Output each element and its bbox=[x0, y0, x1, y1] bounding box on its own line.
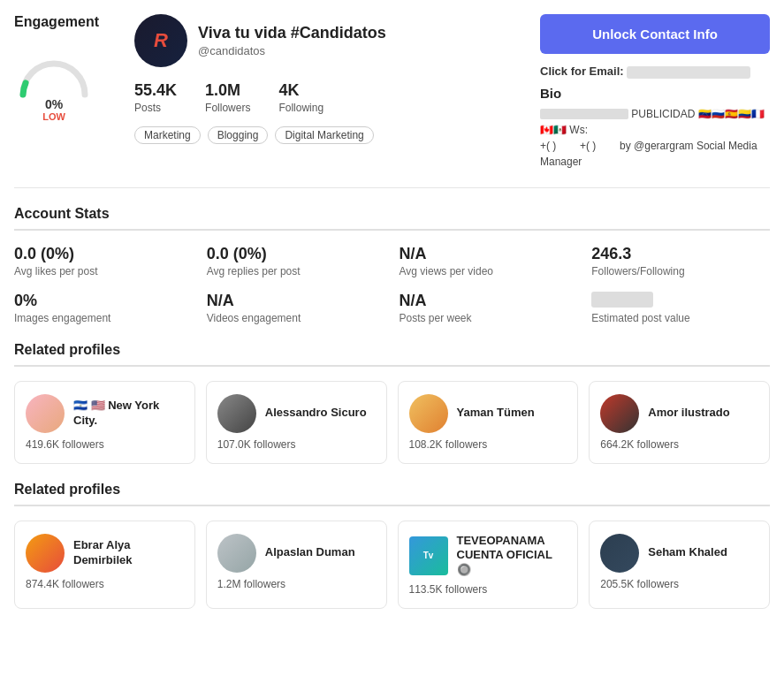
stat-videos-engagement: N/A Videos engagement bbox=[207, 292, 385, 324]
profile-card-amor[interactable]: Amor ilustrado 664.2K followers bbox=[589, 381, 770, 464]
followers-following-label: Followers/Following bbox=[591, 265, 770, 277]
related-profiles-section-1: Related profiles 🇸🇻 🇺🇸 New York City. 41… bbox=[14, 342, 770, 464]
avg-replies-label: Avg replies per post bbox=[207, 265, 385, 277]
avg-views-value: N/A bbox=[400, 245, 578, 263]
profile-card-alex[interactable]: Alessandro Sicuro 107.0K followers bbox=[206, 381, 387, 464]
profile-card-alpaslan[interactable]: Alpaslan Duman 1.2M followers bbox=[206, 521, 387, 610]
profile-name-ebrar: Ebrar Alya Demirbilek bbox=[73, 538, 184, 568]
followers-stat: 1.0M Followers bbox=[205, 81, 250, 114]
engagement-gauge: 0% LOW bbox=[14, 37, 94, 122]
posts-per-week-value: N/A bbox=[400, 292, 578, 310]
stat-images-engagement: 0% Images engagement bbox=[14, 292, 193, 324]
profile-followers-nyc: 419.6K followers bbox=[26, 438, 104, 451]
tag-marketing: Marketing bbox=[134, 126, 201, 144]
following-value: 4K bbox=[278, 81, 323, 100]
engagement-title: Engagement bbox=[14, 14, 120, 30]
bio-title: Bio bbox=[540, 86, 770, 101]
profile-avatar-ebrar bbox=[26, 534, 65, 573]
profile-followers-alpaslan: 1.2M followers bbox=[217, 578, 285, 590]
profile-followers-alex: 107.0K followers bbox=[217, 438, 296, 451]
account-stats-section: Account Stats 0.0 (0%) Avg likes per pos… bbox=[14, 206, 770, 324]
stat-posts-per-week: N/A Posts per week bbox=[400, 292, 578, 324]
profile-followers-ebrar: 874.4K followers bbox=[26, 578, 104, 590]
profile-tags: Marketing Blogging Digital Marketing bbox=[134, 126, 526, 144]
profiles-grid-2: Ebrar Alya Demirbilek 874.4K followers A… bbox=[14, 521, 770, 610]
posts-per-week-label: Posts per week bbox=[400, 312, 578, 324]
profile-followers-teveo: 113.5K followers bbox=[409, 583, 488, 596]
avg-views-label: Avg views per video bbox=[400, 265, 578, 277]
profiles-grid-1: 🇸🇻 🇺🇸 New York City. 419.6K followers Al… bbox=[14, 381, 770, 464]
profile-handle: @candidatos bbox=[198, 44, 386, 57]
bio-blurred-1 bbox=[540, 109, 628, 119]
profile-followers-yaman: 108.2K followers bbox=[409, 438, 488, 451]
profile-card-seham[interactable]: Seham Khaled 205.5K followers bbox=[589, 521, 770, 610]
related-profiles-section-2: Related profiles Ebrar Alya Demirbilek 8… bbox=[14, 482, 770, 610]
profile-avatar-nyc bbox=[26, 394, 65, 433]
avg-likes-value: 0.0 (0%) bbox=[14, 245, 193, 263]
followers-following-value: 246.3 bbox=[591, 245, 770, 263]
email-label: Click for Email: bbox=[540, 65, 624, 78]
profile-name-alpaslan: Alpaslan Duman bbox=[265, 545, 355, 560]
profile-followers-seham: 205.5K followers bbox=[600, 578, 679, 590]
email-row: Click for Email: bbox=[540, 65, 770, 79]
profile-avatar-alex bbox=[217, 394, 256, 433]
posts-stat: 55.4K Posts bbox=[134, 81, 177, 114]
tag-digital-marketing: Digital Marketing bbox=[275, 126, 373, 144]
videos-engagement-label: Videos engagement bbox=[207, 312, 385, 324]
related-profiles-title-1: Related profiles bbox=[14, 342, 770, 367]
profile-avatar: R bbox=[134, 14, 187, 67]
profile-name-teveo: TEVEOPANAMA CUENTA OFICIAL 🔘 bbox=[457, 534, 567, 579]
profile-avatar-teveo: Tv bbox=[409, 536, 448, 575]
estimated-value-label: Estimated post value bbox=[591, 312, 770, 324]
bio-section: Bio PUBLICIDAD 🇻🇪🇷🇺🇪🇸🇨🇴🇫🇷🇨🇦🇲🇽 Ws: +( ) +… bbox=[540, 86, 770, 170]
unlock-contact-button[interactable]: Unlock Contact Info bbox=[540, 14, 770, 54]
followers-value: 1.0M bbox=[205, 81, 250, 100]
following-label: Following bbox=[278, 102, 323, 114]
profile-card-teveo[interactable]: Tv TEVEOPANAMA CUENTA OFICIAL 🔘 113.5K f… bbox=[398, 521, 579, 610]
profile-followers-amor: 664.2K followers bbox=[600, 438, 679, 451]
tag-blogging: Blogging bbox=[208, 126, 269, 144]
account-stats-title: Account Stats bbox=[14, 206, 770, 231]
posts-label: Posts bbox=[134, 102, 177, 114]
stat-avg-replies: 0.0 (0%) Avg replies per post bbox=[207, 245, 385, 277]
bio-text: PUBLICIDAD 🇻🇪🇷🇺🇪🇸🇨🇴🇫🇷🇨🇦🇲🇽 Ws: +( ) +( ) … bbox=[540, 106, 770, 170]
engagement-level: LOW bbox=[14, 111, 94, 122]
avg-replies-value: 0.0 (0%) bbox=[207, 245, 385, 263]
related-profiles-title-2: Related profiles bbox=[14, 482, 770, 506]
avg-likes-label: Avg likes per post bbox=[14, 265, 193, 277]
profile-avatar-yaman bbox=[409, 394, 448, 433]
posts-value: 55.4K bbox=[134, 81, 177, 100]
profile-avatar-alpaslan bbox=[217, 534, 256, 573]
stat-estimated-post-value: Estimated post value bbox=[591, 292, 770, 324]
profile-avatar-amor bbox=[600, 394, 639, 433]
email-blurred bbox=[627, 66, 750, 79]
profile-avatar-seham bbox=[600, 534, 639, 573]
profile-name: Viva tu vida #Candidatos bbox=[198, 24, 386, 42]
profile-name-yaman: Yaman Tümen bbox=[457, 406, 535, 421]
following-stat: 4K Following bbox=[278, 81, 323, 114]
profile-card-nyc[interactable]: 🇸🇻 🇺🇸 New York City. 419.6K followers bbox=[14, 381, 195, 464]
stat-avg-likes: 0.0 (0%) Avg likes per post bbox=[14, 245, 193, 277]
profile-card-yaman[interactable]: Yaman Tümen 108.2K followers bbox=[398, 381, 579, 464]
images-engagement-label: Images engagement bbox=[14, 312, 193, 324]
profile-card-ebrar[interactable]: Ebrar Alya Demirbilek 874.4K followers bbox=[14, 521, 195, 610]
images-engagement-value: 0% bbox=[14, 292, 193, 310]
estimated-value-blurred bbox=[591, 292, 653, 308]
stat-followers-following: 246.3 Followers/Following bbox=[591, 245, 770, 277]
profile-name-amor: Amor ilustrado bbox=[648, 406, 729, 421]
profile-name-nyc: 🇸🇻 🇺🇸 New York City. bbox=[73, 399, 184, 429]
videos-engagement-value: N/A bbox=[207, 292, 385, 310]
avatar-letter: R bbox=[154, 29, 168, 52]
profile-name-alex: Alessandro Sicuro bbox=[265, 406, 367, 421]
profile-name-seham: Seham Khaled bbox=[648, 545, 727, 560]
stat-avg-views: N/A Avg views per video bbox=[400, 245, 578, 277]
followers-label: Followers bbox=[205, 102, 250, 114]
